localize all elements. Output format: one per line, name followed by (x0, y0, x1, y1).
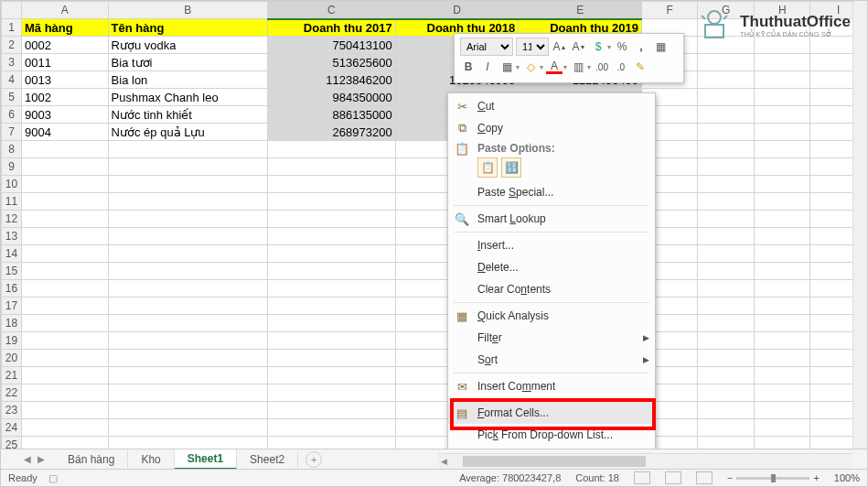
cell[interactable] (698, 158, 755, 176)
cell-styles-icon[interactable]: ▥ (570, 59, 586, 75)
cell[interactable] (108, 367, 267, 384)
record-macro-icon[interactable]: ▢ (48, 472, 58, 484)
cell[interactable]: Rượu vodka (108, 37, 267, 54)
cell[interactable] (108, 228, 267, 245)
cell[interactable]: Bia lon (108, 71, 267, 89)
cell[interactable] (754, 332, 810, 350)
row-head[interactable]: 3 (2, 54, 22, 71)
menu-sort[interactable]: Sort▶ (448, 349, 655, 371)
col-D[interactable]: D (395, 2, 519, 19)
row-head[interactable]: 17 (2, 298, 22, 315)
row-head[interactable]: 14 (2, 245, 22, 263)
cell[interactable] (108, 402, 267, 419)
cell[interactable] (21, 176, 108, 193)
cell[interactable] (268, 332, 396, 350)
cell[interactable]: Pushmax Chanh leo (108, 89, 267, 106)
row-head[interactable]: 15 (2, 263, 22, 280)
row-head[interactable]: 22 (2, 384, 22, 402)
cell[interactable]: Mã hàng (21, 19, 108, 37)
increase-decimal-icon[interactable]: .0 (613, 59, 629, 75)
row-head[interactable]: 7 (2, 124, 22, 141)
cell[interactable] (21, 228, 108, 245)
cell[interactable] (754, 280, 810, 298)
cell[interactable] (21, 419, 108, 437)
row-head[interactable]: 20 (2, 350, 22, 367)
sheet-tab[interactable]: Sheet2 (237, 450, 298, 469)
dropdown-icon[interactable]: ▾ (587, 63, 591, 71)
row-head[interactable]: 6 (2, 106, 22, 124)
cell[interactable] (268, 402, 396, 419)
cell[interactable] (698, 367, 755, 384)
cell[interactable] (698, 350, 755, 367)
col-B[interactable]: B (108, 2, 267, 19)
col-F[interactable]: F (641, 2, 697, 19)
cell[interactable] (21, 280, 108, 298)
row-head[interactable]: 12 (2, 211, 22, 228)
cell[interactable] (754, 158, 810, 176)
menu-insert-comment[interactable]: ✉Insert Comment (448, 375, 655, 397)
menu-copy[interactable]: ⧉Copy (448, 117, 655, 139)
row-head[interactable]: 5 (2, 89, 22, 106)
font-size-select[interactable]: 11 (516, 38, 549, 56)
accounting-format-icon[interactable]: $ (590, 38, 606, 55)
decrease-font-icon[interactable]: A▼ (571, 38, 587, 55)
sheet-tab[interactable]: Bán hàng (55, 450, 128, 469)
increase-font-icon[interactable]: A▲ (552, 38, 568, 55)
cell[interactable]: 984350000 (268, 89, 396, 106)
page-layout-view-icon[interactable] (665, 471, 681, 484)
cell[interactable] (108, 350, 267, 367)
font-color-icon[interactable]: A (546, 60, 563, 74)
cell[interactable] (108, 263, 267, 280)
cell[interactable] (21, 158, 108, 176)
italic-icon[interactable]: I (479, 59, 496, 75)
cell[interactable] (108, 315, 267, 332)
cell[interactable] (754, 228, 810, 245)
cell[interactable] (754, 263, 810, 280)
cell[interactable]: Nước ép quả Lựu (108, 124, 267, 141)
cell[interactable] (754, 245, 810, 263)
cell[interactable]: Tên hàng (108, 19, 267, 37)
add-sheet-button[interactable]: + (305, 451, 322, 468)
horizontal-scrollbar[interactable]: ◀ (438, 453, 852, 469)
cell[interactable] (754, 367, 810, 384)
menu-format-cells[interactable]: ▤Format Cells... (448, 402, 655, 424)
cell[interactable] (698, 211, 755, 228)
borders-icon[interactable]: ▦ (498, 59, 515, 75)
row-head[interactable]: 16 (2, 280, 22, 298)
tab-nav-next[interactable]: ▶ (35, 452, 48, 467)
row-head[interactable]: 8 (2, 141, 22, 158)
cell[interactable]: 0011 (21, 54, 108, 71)
cell[interactable] (698, 384, 755, 402)
cell[interactable] (698, 280, 755, 298)
cell[interactable] (698, 263, 755, 280)
cell[interactable]: 1002 (21, 89, 108, 106)
cell[interactable] (698, 298, 755, 315)
cell[interactable] (21, 263, 108, 280)
decrease-decimal-icon[interactable]: .00 (594, 59, 610, 75)
cell[interactable] (698, 419, 755, 437)
cell[interactable] (21, 384, 108, 402)
cell[interactable] (754, 384, 810, 402)
cell[interactable] (754, 89, 810, 106)
menu-cut[interactable]: ✂Cut (448, 95, 655, 117)
row-head[interactable]: 18 (2, 315, 22, 332)
cell[interactable] (21, 193, 108, 211)
vertical-scrollbar[interactable] (852, 1, 867, 449)
zoom-out-button[interactable]: − (727, 472, 733, 483)
cell[interactable] (754, 141, 810, 158)
cell[interactable] (108, 280, 267, 298)
cell[interactable] (698, 89, 755, 106)
cell[interactable] (698, 124, 755, 141)
zoom-level[interactable]: 100% (834, 472, 860, 483)
row-head[interactable]: 11 (2, 193, 22, 211)
cell[interactable] (21, 245, 108, 263)
menu-quick-analysis[interactable]: ▦Quick Analysis (448, 305, 655, 327)
cell[interactable] (698, 402, 755, 419)
cell[interactable] (268, 211, 396, 228)
cell[interactable]: 513625600 (268, 54, 396, 71)
percent-format-icon[interactable]: % (614, 38, 630, 55)
scroll-thumb[interactable] (463, 456, 646, 467)
menu-pick-from-list[interactable]: Pick From Drop-down List... (448, 424, 655, 446)
col-C[interactable]: C (268, 2, 396, 19)
dropdown-icon[interactable]: ▾ (607, 43, 611, 51)
